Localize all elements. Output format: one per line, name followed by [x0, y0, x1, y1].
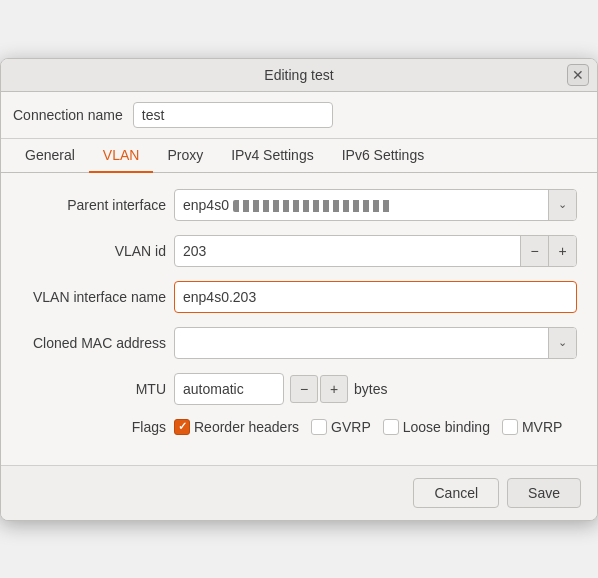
- parent-interface-label: Parent interface: [21, 197, 166, 213]
- mtu-unit-label: bytes: [354, 381, 387, 397]
- connection-name-input[interactable]: [133, 102, 333, 128]
- cloned-mac-row: Cloned MAC address ⌄: [21, 327, 577, 359]
- cloned-mac-dropdown[interactable]: ⌄: [174, 327, 577, 359]
- tab-ipv4-settings[interactable]: IPv4 Settings: [217, 139, 328, 173]
- vlan-interface-name-input[interactable]: [174, 281, 577, 313]
- flags-label: Flags: [21, 419, 166, 435]
- mtu-label: MTU: [21, 381, 166, 397]
- flag-reorder-headers[interactable]: Reorder headers: [174, 419, 299, 435]
- loose-binding-checkbox[interactable]: [383, 419, 399, 435]
- flags-wrapper: Reorder headers GVRP Loose binding MVRP: [174, 419, 562, 435]
- tab-proxy[interactable]: Proxy: [153, 139, 217, 173]
- cancel-button[interactable]: Cancel: [413, 478, 499, 508]
- mtu-spinner-buttons: − +: [290, 375, 348, 403]
- flag-loose-binding[interactable]: Loose binding: [383, 419, 490, 435]
- reorder-headers-label: Reorder headers: [194, 419, 299, 435]
- minus-icon: −: [300, 381, 308, 397]
- vlan-id-value: 203: [175, 239, 520, 263]
- mtu-input[interactable]: [174, 373, 284, 405]
- tab-bar: General VLAN Proxy IPv4 Settings IPv6 Se…: [1, 139, 597, 173]
- save-button[interactable]: Save: [507, 478, 581, 508]
- vlan-id-plus-button[interactable]: +: [548, 236, 576, 266]
- masked-value: [233, 200, 393, 212]
- mtu-plus-button[interactable]: +: [320, 375, 348, 403]
- cloned-mac-label: Cloned MAC address: [21, 335, 166, 351]
- chevron-down-icon: ⌄: [558, 336, 567, 349]
- mvrp-label: MVRP: [522, 419, 562, 435]
- gvrp-label: GVRP: [331, 419, 371, 435]
- flags-row: Flags Reorder headers GVRP Loose binding…: [21, 419, 577, 435]
- parent-interface-row: Parent interface enp4s0 ⌄: [21, 189, 577, 221]
- cloned-mac-arrow[interactable]: ⌄: [548, 328, 576, 358]
- gvrp-checkbox[interactable]: [311, 419, 327, 435]
- tab-general[interactable]: General: [11, 139, 89, 173]
- vlan-interface-name-label: VLAN interface name: [21, 289, 166, 305]
- vlan-id-spinner: − +: [520, 236, 576, 266]
- dialog-title: Editing test: [264, 67, 333, 83]
- flag-mvrp[interactable]: MVRP: [502, 419, 562, 435]
- mtu-minus-button[interactable]: −: [290, 375, 318, 403]
- parent-interface-value: enp4s0: [183, 197, 540, 213]
- tab-vlan[interactable]: VLAN: [89, 139, 154, 173]
- flag-gvrp[interactable]: GVRP: [311, 419, 371, 435]
- loose-binding-label: Loose binding: [403, 419, 490, 435]
- connection-name-label: Connection name: [13, 107, 123, 123]
- close-button[interactable]: ✕: [567, 64, 589, 86]
- vlan-id-label: VLAN id: [21, 243, 166, 259]
- mvrp-checkbox[interactable]: [502, 419, 518, 435]
- vlan-id-input-wrapper: 203 − +: [174, 235, 577, 267]
- tab-ipv6-settings[interactable]: IPv6 Settings: [328, 139, 439, 173]
- vlan-id-wrapper: 203 − +: [174, 235, 577, 267]
- vlan-id-row: VLAN id 203 − +: [21, 235, 577, 267]
- connection-row: Connection name: [1, 92, 597, 139]
- minus-icon: −: [530, 243, 538, 259]
- mtu-row: MTU − + bytes: [21, 373, 577, 405]
- parent-interface-dropdown[interactable]: enp4s0 ⌄: [174, 189, 577, 221]
- plus-icon: +: [330, 381, 338, 397]
- reorder-headers-checkbox[interactable]: [174, 419, 190, 435]
- parent-interface-wrapper: enp4s0 ⌄: [174, 189, 577, 221]
- dialog: Editing test ✕ Connection name General V…: [0, 58, 598, 521]
- vlan-id-minus-button[interactable]: −: [520, 236, 548, 266]
- cloned-mac-wrapper: ⌄: [174, 327, 577, 359]
- chevron-down-icon: ⌄: [558, 198, 567, 211]
- vlan-interface-name-wrapper: [174, 281, 577, 313]
- title-bar: Editing test ✕: [1, 59, 597, 92]
- plus-icon: +: [558, 243, 566, 259]
- vlan-interface-name-row: VLAN interface name: [21, 281, 577, 313]
- mtu-wrapper: − + bytes: [174, 373, 387, 405]
- parent-interface-arrow[interactable]: ⌄: [548, 190, 576, 220]
- vlan-content: Parent interface enp4s0 ⌄ VLAN id 203: [1, 173, 597, 465]
- close-icon: ✕: [572, 67, 584, 83]
- dialog-footer: Cancel Save: [1, 465, 597, 520]
